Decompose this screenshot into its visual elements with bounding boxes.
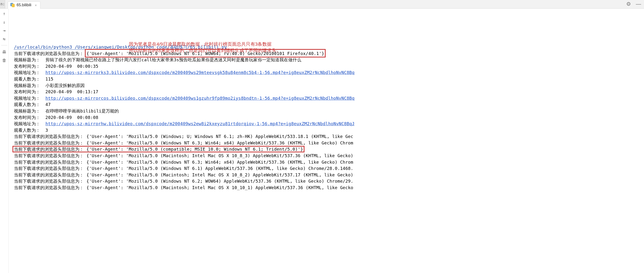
console-line: 视频标题为： 剪辑了很久的下期视频已经在路上了预计周六发打call给大家带来3s… xyxy=(14,57,642,63)
console-line: 当前下载请求的浏览器头部信息为： {'User-Agent': 'Mozilla… xyxy=(14,133,642,140)
console-line: 观看人数为： 3 xyxy=(14,127,642,134)
gutter-divider xyxy=(1,45,7,45)
console-line: /usr/local/bin/python3 /Users/xiangwei/D… xyxy=(14,44,642,50)
tab-65-bilibili[interactable]: 65.bilibili × xyxy=(8,1,40,9)
console-line: 当前下载请求的浏览器头部信息为： {'User-Agent': 'Mozilla… xyxy=(14,50,642,57)
console-line: 当前下载请求的浏览器头部信息为： {'User-Agent': 'Mozilla… xyxy=(14,153,642,159)
trash-icon[interactable]: 🗑 xyxy=(2,58,6,63)
console-line: 当前下载请求的浏览器头部信息为： {'User-Agent': 'Mozilla… xyxy=(14,140,642,146)
console-line: 当前下载请求的浏览器头部信息为： {'User-Agent': 'Mozilla… xyxy=(14,172,642,178)
scroll-down-icon[interactable]: ↓ xyxy=(3,19,6,24)
console-gutter: ↑ ↓ ⇥ ⇆ 🖶 🗑 xyxy=(0,9,9,273)
console-line: 观看人数为： 115 xyxy=(14,76,642,82)
console-line: 发布时间为： 2020-04-09 00:08:08 xyxy=(14,114,642,121)
video-url-link[interactable]: http://upos-sz-mirrorhw.bilivideo.com/ds… xyxy=(46,121,354,126)
close-icon[interactable]: × xyxy=(35,3,37,7)
python-file-icon xyxy=(10,3,15,7)
minimize-icon[interactable]: — xyxy=(636,1,641,7)
toggle-wrap-icon[interactable]: ⇆ xyxy=(3,36,6,41)
video-url-link[interactable]: http://upos-sz-mirrorcos.bilivideo.com/d… xyxy=(46,96,354,101)
console-line: 当前下载请求的浏览器头部信息为： {'User-Agent': 'Mozilla… xyxy=(14,185,642,191)
console-line: 视频标题为： 小彩蛋没拆解的原因 xyxy=(14,82,642,89)
soft-wrap-icon[interactable]: ⇥ xyxy=(3,28,6,33)
console-line: 视频标题为： 在哔哩哔哩学画画bilibili是万能的 xyxy=(14,108,642,114)
console-line: 观看人数为： 47 xyxy=(14,101,642,108)
console-line: 视频地址为： http://upos-sz-mirrorhw.bilivideo… xyxy=(14,121,642,127)
highlighted-ua-2: 当前下载请求的浏览器头部信息为： {'User-Agent': 'Mozilla… xyxy=(14,147,303,152)
tabbar-prefix: n: xyxy=(0,2,5,6)
scroll-up-icon[interactable]: ↑ xyxy=(3,11,6,16)
tab-label: 65.bilibili xyxy=(16,3,31,7)
console-line: 视频地址为： http://upos-sz-mirrorks3.bilivide… xyxy=(14,69,642,76)
editor-tabbar: n: 65.bilibili × ⚙ — xyxy=(0,0,644,9)
highlighted-ua-1: {'User-Agent': 'Mozilla/5.0 (Windows NT … xyxy=(86,51,324,56)
print-icon[interactable]: 🖶 xyxy=(2,49,6,54)
console-line: 视频地址为： http://upos-sz-mirrorcos.bilivide… xyxy=(14,95,642,102)
video-url-link[interactable]: http://upos-sz-mirrorks3.bilivideo.com/d… xyxy=(46,70,354,75)
console-line: 当前下载请求的浏览器头部信息为： {'User-Agent': 'Mozilla… xyxy=(14,159,642,166)
console-line: 发布时间为： 2020-04-09 00:13:17 xyxy=(14,89,642,95)
gear-icon[interactable]: ⚙ xyxy=(626,1,631,7)
console-line: 发布时间为： 2020-04-09 00:00:35 xyxy=(14,63,642,70)
console-line: 当前下载请求的浏览器头部信息为： {'User-Agent': 'Mozilla… xyxy=(14,165,642,172)
console-line: 当前下载请求的浏览器头部信息为： {'User-Agent': 'Mozilla… xyxy=(14,146,642,153)
console-output[interactable]: 因为笔者是在4/9日凌晨爬取的数据，此时排行榜页面总共只有3条数据 所以控制台的… xyxy=(9,9,644,273)
console-line: 当前下载请求的浏览器头部信息为： {'User-Agent': 'Mozilla… xyxy=(14,178,642,185)
